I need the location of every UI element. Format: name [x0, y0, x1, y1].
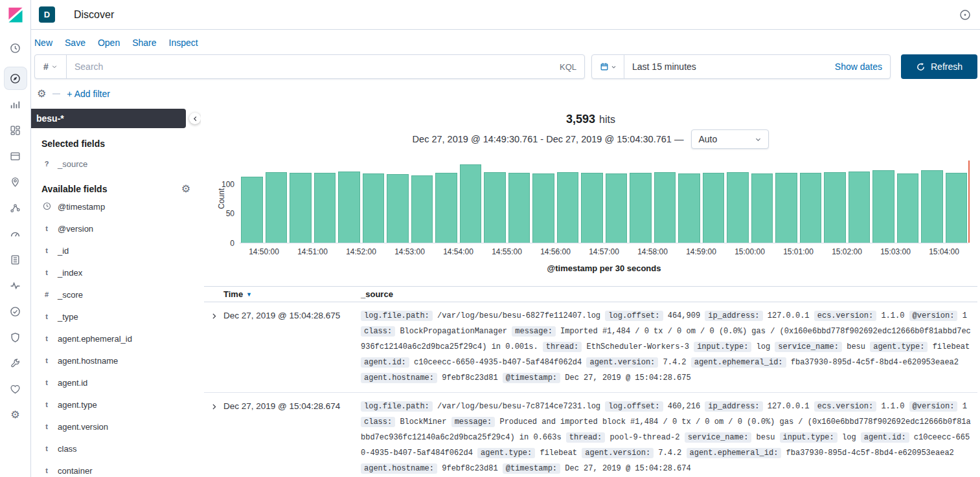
- field-badge: @version:: [909, 311, 958, 321]
- nav-item-logs[interactable]: [5, 249, 27, 271]
- interval-select[interactable]: Auto: [691, 129, 769, 149]
- field-item-class[interactable]: tclass: [41, 438, 190, 460]
- histogram-bar[interactable]: [363, 173, 385, 243]
- histogram-bar[interactable]: [630, 173, 652, 243]
- header-menu-icon[interactable]: [959, 9, 971, 21]
- histogram-bar[interactable]: [751, 173, 773, 243]
- nav-item-visualize[interactable]: [5, 93, 27, 115]
- filter-settings-gear-icon[interactable]: ⚙: [37, 89, 46, 99]
- histogram-bar[interactable]: [581, 173, 603, 243]
- field-item-agent.type[interactable]: tagent.type: [41, 394, 190, 416]
- chart-time-range-label: Dec 27, 2019 @ 14:49:30.761 - Dec 27, 20…: [413, 134, 684, 144]
- menu-item-share[interactable]: Share: [132, 38, 156, 48]
- histogram-bar[interactable]: [460, 164, 482, 243]
- field-item-_index[interactable]: t_index: [41, 261, 190, 283]
- field-item-agent.version[interactable]: tagent.version: [41, 416, 190, 438]
- histogram-bar[interactable]: [532, 173, 554, 243]
- field-item-agent.ephemeral_id[interactable]: tagent.ephemeral_id: [41, 327, 190, 349]
- nav-item-dev-tools[interactable]: [5, 352, 27, 374]
- add-filter-button[interactable]: + Add filter: [67, 89, 110, 99]
- nav-item-uptime[interactable]: [5, 300, 27, 322]
- saved-query-menu-button[interactable]: #: [35, 55, 67, 78]
- visualize-icon: [10, 99, 21, 110]
- nav-item-canvas[interactable]: [5, 145, 27, 167]
- field-item-container[interactable]: tcontainer: [41, 460, 190, 477]
- menu-item-new[interactable]: New: [34, 38, 52, 48]
- histogram-bar[interactable]: [946, 173, 968, 243]
- y-tick-label: 50: [226, 209, 234, 218]
- histogram-bar[interactable]: [387, 174, 409, 243]
- nav-item-discover[interactable]: [5, 67, 27, 89]
- field-item-_score[interactable]: #_score: [41, 283, 190, 305]
- time-range-display[interactable]: Last 15 minutes Show dates: [624, 55, 890, 78]
- field-item-agent.id[interactable]: tagent.id: [41, 372, 190, 394]
- field-badge: ecs.version:: [814, 401, 876, 412]
- menubar: NewSaveOpenShareInspect: [31, 30, 198, 55]
- dashboard-icon: [10, 125, 21, 136]
- field-value: 1: [963, 402, 967, 411]
- histogram-bar[interactable]: [266, 172, 288, 243]
- nav-item-recently-viewed[interactable]: [5, 37, 27, 59]
- doc-table: Time ▼ _source Dec 27, 2019 @ 15:04:28.6…: [204, 286, 977, 477]
- menu-item-save[interactable]: Save: [65, 38, 85, 48]
- expand-row-button[interactable]: [210, 311, 218, 323]
- sidebar-collapse-button[interactable]: [189, 113, 201, 124]
- field-item-agent.hostname[interactable]: tagent.hostname: [41, 349, 190, 372]
- field-item-@version[interactable]: t@version: [41, 217, 190, 239]
- menu-item-inspect[interactable]: Inspect: [169, 38, 198, 48]
- field-name: _source: [58, 159, 87, 169]
- histogram-bar[interactable]: [338, 172, 360, 243]
- nav-item-dashboard[interactable]: [5, 119, 27, 141]
- field-item-_id[interactable]: t_id: [41, 239, 190, 261]
- time-column-header[interactable]: Time ▼: [223, 289, 361, 299]
- histogram-bar[interactable]: [703, 173, 725, 243]
- index-pattern-selector[interactable]: besu-*: [31, 109, 186, 128]
- query-language-toggle[interactable]: KQL: [560, 62, 584, 72]
- histogram-bar[interactable]: [435, 173, 457, 243]
- field-badge: @timestamp:: [503, 463, 560, 474]
- field-settings-gear-icon[interactable]: ⚙: [181, 184, 190, 194]
- nav-item-siem[interactable]: [5, 326, 27, 348]
- discover-icon: [10, 73, 21, 84]
- histogram-bar[interactable]: [921, 170, 943, 243]
- field-badge: service_name:: [775, 342, 842, 352]
- search-input[interactable]: [67, 55, 560, 78]
- field-type-icon: t: [41, 247, 52, 254]
- nav-item-machine-learning[interactable]: [5, 197, 27, 219]
- field-value: 127.0.0.1: [768, 311, 810, 320]
- menu-item-open[interactable]: Open: [98, 38, 120, 48]
- histogram-bar[interactable]: [678, 173, 700, 243]
- histogram-bar[interactable]: [775, 173, 797, 243]
- histogram-bar[interactable]: [849, 172, 871, 243]
- field-item-_source[interactable]: ?_source: [41, 154, 190, 173]
- expand-row-button[interactable]: [210, 402, 218, 414]
- space-avatar[interactable]: D: [39, 6, 55, 23]
- nav-item-maps[interactable]: [5, 171, 27, 193]
- histogram-bar[interactable]: [241, 177, 263, 243]
- histogram-bar[interactable]: [484, 172, 506, 243]
- date-quick-select-button[interactable]: [592, 55, 624, 78]
- histogram-bar[interactable]: [290, 173, 312, 243]
- field-item-_type[interactable]: t_type: [41, 305, 190, 327]
- histogram-bar[interactable]: [508, 173, 530, 243]
- nav-item-apm[interactable]: [5, 274, 27, 296]
- histogram-bar[interactable]: [557, 172, 579, 243]
- refresh-button[interactable]: Refresh: [901, 54, 977, 79]
- histogram-bar[interactable]: [314, 173, 336, 243]
- histogram-bar[interactable]: [872, 170, 895, 243]
- histogram-bar[interactable]: [897, 173, 919, 243]
- kibana-logo[interactable]: [7, 6, 24, 26]
- histogram-bar[interactable]: [727, 172, 749, 243]
- nav-item-monitoring[interactable]: [5, 378, 27, 400]
- field-item-@timestamp[interactable]: @timestamp: [41, 195, 190, 217]
- show-dates-button[interactable]: Show dates: [835, 61, 882, 72]
- histogram-bar[interactable]: [606, 173, 628, 243]
- histogram-bar[interactable]: [654, 172, 676, 243]
- nav-item-metrics[interactable]: [5, 223, 27, 245]
- nav-item-management[interactable]: ⚙: [5, 404, 27, 426]
- time-range-value[interactable]: Last 15 minutes: [632, 61, 696, 72]
- histogram-bar[interactable]: [800, 173, 822, 243]
- histogram-bar[interactable]: [824, 172, 846, 243]
- chevron-down-icon: [611, 64, 617, 70]
- histogram-bar[interactable]: [411, 175, 433, 243]
